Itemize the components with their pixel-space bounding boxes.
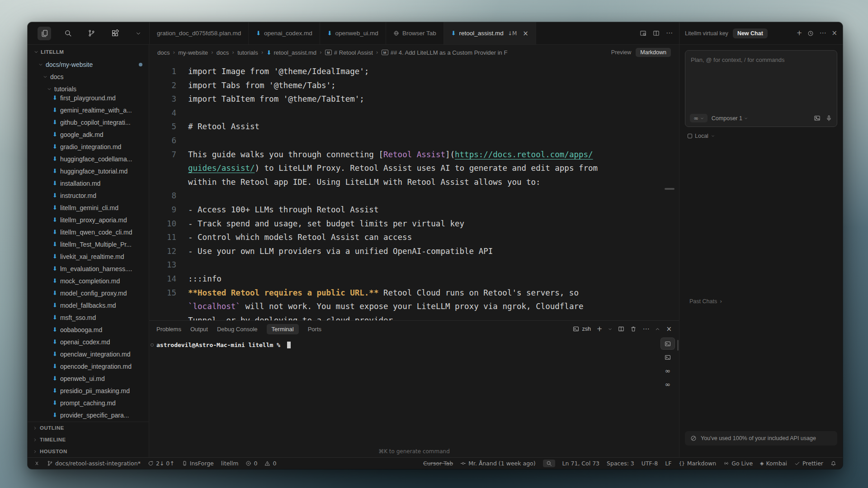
tree-file[interactable]: ⬇mock_completion.md (28, 275, 149, 287)
terminal-more-icon[interactable]: ⋯ (642, 326, 649, 333)
tree-file[interactable]: ⬇installation.md (28, 177, 149, 189)
tree-file[interactable]: ⬇google_adk.md (28, 128, 149, 141)
composer-selector[interactable]: Composer 1 (712, 115, 748, 122)
terminal-tab-output[interactable]: Output (190, 326, 208, 333)
tree-folder-root[interactable]: docs/my-website (28, 58, 149, 70)
tab-openai_codex.md[interactable]: ⬇openai_codex.md (249, 22, 320, 44)
status-go-live[interactable]: Go Live (723, 460, 753, 467)
new-chat-plus-icon[interactable]: + (797, 30, 802, 37)
markdown-mode-button[interactable]: Markdown (636, 48, 671, 57)
tab-openweb_ui.md[interactable]: ⬇openweb_ui.md (320, 22, 386, 44)
terminal-session-icon[interactable] (661, 338, 675, 349)
tree-file[interactable]: ⬇litellm_qwen_code_cli.md (28, 226, 149, 238)
breadcrumb-item[interactable]: M# Retool Assist (325, 49, 373, 56)
activity-files-button[interactable] (38, 27, 51, 40)
chat-input-box[interactable]: Plan, @ for context, / for commands ∞ Co… (685, 50, 837, 127)
status-search[interactable] (543, 460, 555, 467)
tree-file[interactable]: ⬇provider_specific_para... (28, 409, 149, 421)
history-clock-icon[interactable] (807, 30, 814, 37)
split-editor-button[interactable] (653, 30, 660, 37)
tree-file[interactable]: ⬇model_fallbacks.md (28, 299, 149, 311)
workspace-header[interactable]: LITELLM (28, 45, 149, 58)
tree-file[interactable]: ⬇livekit_xai_realtime.md (28, 250, 149, 263)
breadcrumb-item[interactable]: docs (157, 49, 170, 56)
close-panel-icon[interactable]: × (831, 30, 837, 37)
sidebar-section-timeline[interactable]: TIMELINE (28, 434, 149, 446)
terminal-tab-ports[interactable]: Ports (308, 326, 321, 333)
tree-file[interactable]: ⬇openweb_ui.md (28, 372, 149, 385)
status-cursor-tab[interactable]: Cursor Tab (423, 460, 453, 467)
tree-file[interactable]: ⬇gemini_realtime_with_a... (28, 104, 149, 116)
status-insforge[interactable]: InsForge (182, 460, 214, 467)
terminal-tab-problems[interactable]: Problems (156, 326, 181, 333)
tree-file[interactable]: ⬇litellm_proxy_aporia.md (28, 214, 149, 226)
tree-file[interactable]: ⬇huggingface_tutorial.md (28, 165, 149, 177)
tab-retool_assist.md[interactable]: ⬇retool_assist.md↓M× (444, 22, 536, 44)
tree-file[interactable]: ⬇model_config_proxy.md (28, 287, 149, 299)
close-panel-icon[interactable]: × (666, 326, 672, 333)
tree-file[interactable]: ⬇msft_sso.md (28, 311, 149, 324)
tree-file[interactable]: ⬇lm_evaluation_harness.... (28, 263, 149, 275)
activity-search-button[interactable] (61, 27, 75, 40)
editor[interactable]: 1 import Image from '@theme/IdealImage';… (149, 60, 679, 320)
status-litellm[interactable]: litellm (221, 460, 239, 467)
status-utf-8[interactable]: UTF-8 (642, 460, 658, 467)
terminal-tab-debug-console[interactable]: Debug Console (217, 326, 258, 333)
tree-file[interactable]: ⬇prompt_caching.md (28, 397, 149, 409)
tab-gration_doc_d075fd58.plan.md[interactable]: gration_doc_d075fd58.plan.md (150, 22, 249, 44)
tree-file[interactable]: ⬇first_playground.md (28, 92, 149, 104)
new-terminal-icon[interactable]: + (597, 326, 603, 333)
status-docs-retool-assist-integration[interactable]: docs/retool-assist-integration* (47, 460, 141, 467)
chat-tab-inactive[interactable]: Litellm virtual key (685, 30, 728, 37)
preview-toggle[interactable]: Preview (611, 49, 631, 56)
agent-mode-pill[interactable]: ∞ (690, 114, 708, 122)
open-preview-button[interactable] (640, 30, 646, 37)
image-icon[interactable] (814, 115, 821, 122)
tree-file[interactable]: ⬇openai_codex.md (28, 336, 149, 348)
kill-terminal-icon[interactable] (630, 326, 637, 332)
breadcrumb-item[interactable]: docs (217, 49, 229, 56)
tab-Browser Tab[interactable]: Browser Tab (386, 22, 444, 44)
tree-file[interactable]: ⬇github_copilot_integrati... (28, 116, 149, 128)
shell-indicator[interactable]: zsh (573, 326, 590, 332)
sidebar-section-houston[interactable]: HOUSTON (28, 446, 149, 457)
usage-notice[interactable]: You've used 100% of your included API us… (685, 431, 837, 446)
breadcrumb-item[interactable]: M## 4. Add LiteLLM as a Custom Provider … (382, 49, 508, 56)
tree-folder-docs[interactable]: docs (28, 70, 149, 83)
breadcrumb-item[interactable]: tutorials (237, 49, 258, 56)
chat-tab-new-chat[interactable]: New Chat (733, 28, 768, 38)
tree-file[interactable]: ⬇litellm_Test_Multiple_Pr... (28, 238, 149, 250)
breadcrumb-item[interactable]: my-website (178, 49, 208, 56)
more-icon[interactable]: ⋯ (819, 30, 826, 37)
close-icon[interactable]: × (523, 29, 528, 38)
tree-file[interactable]: ⬇opencode_integration.md (28, 360, 149, 372)
status-mr-nand-1-week-ago[interactable]: Mr. Ånand (1 week ago) (460, 460, 535, 467)
status-lf[interactable]: LF (665, 460, 671, 467)
terminal-tab-terminal[interactable]: Terminal (267, 324, 299, 334)
tree-file[interactable]: ⬇presidio_pii_masking.md (28, 385, 149, 397)
tree-file[interactable]: ⬇huggingface_codellama... (28, 153, 149, 165)
status-0[interactable]: 0 (264, 460, 276, 467)
status-markdown[interactable]: {}Markdown (679, 460, 716, 467)
activity-source-control-button[interactable] (85, 27, 98, 40)
breadcrumb-item[interactable]: ⬇retool_assist.md (266, 49, 316, 56)
agent-session-icon[interactable]: ∞ (661, 365, 675, 376)
status-prettier[interactable]: Prettier (794, 460, 823, 467)
terminal-session-icon[interactable] (661, 352, 675, 363)
tree-file[interactable]: ⬇openclaw_integration.md (28, 348, 149, 360)
mic-icon[interactable] (826, 115, 832, 122)
context-selector[interactable]: Local (685, 133, 837, 139)
status-bell[interactable] (830, 460, 836, 466)
status-0[interactable]: 0 (245, 460, 257, 467)
terminal-scrollbar[interactable] (677, 340, 679, 351)
sidebar-section-outline[interactable]: OUTLINE (28, 422, 149, 434)
agent-session-icon[interactable]: ∞ (661, 379, 675, 390)
activity-extensions-button[interactable] (108, 27, 122, 40)
editor-scrollbar-thumb[interactable] (665, 188, 675, 190)
status-remote[interactable] (34, 460, 40, 466)
status-kombai[interactable]: ◈Kombai (760, 460, 787, 467)
past-chats-link[interactable]: Past Chats › (689, 298, 722, 305)
tree-file[interactable]: ⬇litellm_gemini_cli.md (28, 202, 149, 214)
terminal-dropdown-icon[interactable] (608, 327, 612, 331)
tree-file[interactable]: ⬇gradio_integration.md (28, 141, 149, 153)
